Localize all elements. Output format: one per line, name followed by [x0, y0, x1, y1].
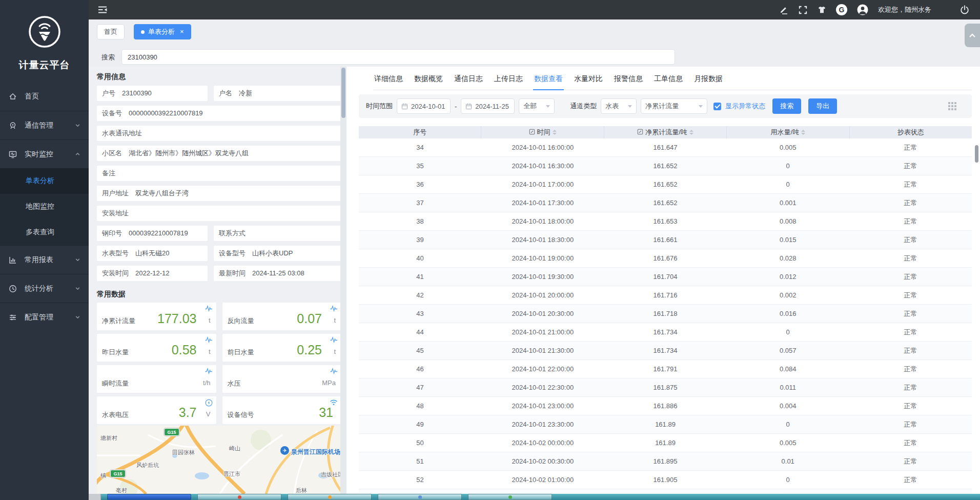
- detail-tab-工单信息[interactable]: 工单信息: [653, 71, 684, 90]
- taskbar-quicklaunch[interactable]: [89, 494, 101, 500]
- table-row[interactable]: 452024-10-01 21:30:00161.7340.057正常: [359, 342, 972, 360]
- sort-carets-icon[interactable]: [801, 130, 805, 135]
- detail-tab-通信日志[interactable]: 通信日志: [453, 71, 484, 90]
- close-tab-icon[interactable]: ×: [180, 25, 184, 39]
- granularity-select[interactable]: 全部: [519, 98, 555, 114]
- table-row[interactable]: 342024-10-01 16:00:00161.6470.005正常: [359, 138, 972, 157]
- sidebar-item-配置管理[interactable]: 配置管理: [0, 303, 89, 331]
- taskbar-window-button[interactable]: [378, 494, 462, 500]
- calendar-icon: [465, 103, 472, 110]
- table-row[interactable]: 502024-10-02 00:00:00161.890.005正常: [359, 434, 972, 452]
- detail-tab-报警信息[interactable]: 报警信息: [613, 71, 644, 90]
- table-row[interactable]: 492024-10-01 23:30:00161.890正常: [359, 415, 972, 434]
- left-panel-scrollbar[interactable]: [340, 67, 346, 494]
- table-cell: 52: [359, 476, 481, 484]
- date-from-picker[interactable]: 2024-10-01: [397, 98, 451, 114]
- logout-power-icon[interactable]: [959, 5, 970, 15]
- table-row[interactable]: 532024-10-02 01:30:00161.9050正常: [359, 489, 972, 494]
- sidebar-item-实时监控[interactable]: 实时监控: [0, 139, 89, 168]
- sidebar-subitem-地图监控[interactable]: 地图监控: [0, 194, 89, 219]
- stat-card-水表电压: 水表电压3.7V: [97, 396, 216, 424]
- table-row[interactable]: 442024-10-01 21:00:00161.7340正常: [359, 323, 972, 342]
- collapse-sidebar-icon[interactable]: [97, 5, 108, 15]
- map-place-label: 崎山: [229, 445, 240, 452]
- table-body: 342024-10-01 16:00:00161.6470.005正常35202…: [359, 138, 972, 494]
- stat-value: 0.58: [172, 343, 197, 357]
- detail-tab-月报数据[interactable]: 月报数据: [693, 71, 724, 90]
- fullscreen-icon[interactable]: [798, 5, 808, 15]
- table-row[interactable]: 362024-10-01 17:00:00161.6520正常: [359, 175, 972, 194]
- taskbar-window-button[interactable]: [197, 494, 281, 500]
- table-row[interactable]: 422024-10-01 20:00:00161.7160.002正常: [359, 286, 972, 305]
- column-settings-grid-icon[interactable]: [948, 102, 956, 110]
- sidebar-item-统计分析[interactable]: 统计分析: [0, 274, 89, 303]
- detail-tab-详细信息[interactable]: 详细信息: [373, 71, 404, 90]
- table-cell: 161.89: [604, 439, 726, 447]
- table-cell: 45: [359, 347, 481, 354]
- field-label: 水表通讯地址: [102, 129, 142, 137]
- field-设备号: 设备号00000000392210007819: [97, 106, 341, 121]
- table-cell: 161.652: [604, 199, 726, 207]
- abnormal-status-checkbox[interactable]: [713, 103, 721, 110]
- table-row[interactable]: 392024-10-01 18:30:00161.6610.015正常: [359, 231, 972, 249]
- abnormal-status-label[interactable]: 显示异常状态: [725, 102, 765, 111]
- signature-edit-icon[interactable]: [779, 5, 789, 15]
- search-input[interactable]: [121, 49, 675, 65]
- table-row[interactable]: 432024-10-01 20:30:00161.7180.016正常: [359, 305, 972, 323]
- table-cell: 50: [359, 439, 481, 447]
- table-row[interactable]: 472024-10-01 22:30:00161.8750.011正常: [359, 378, 972, 397]
- table-cell: 44: [359, 328, 481, 336]
- search-button[interactable]: 搜索: [772, 98, 801, 114]
- detail-tab-数据概览[interactable]: 数据概览: [413, 71, 444, 90]
- table-cell: 2024-10-02 01:00:00: [481, 476, 604, 484]
- field-label: 水表型号: [102, 249, 129, 257]
- sidebar-subitem-单表分析[interactable]: 单表分析: [0, 168, 89, 194]
- tab-single-meter-analysis[interactable]: 单表分析 ×: [134, 24, 191, 39]
- table-row[interactable]: 482024-10-01 23:00:00161.8860.004正常: [359, 397, 972, 415]
- taskbar-window-button[interactable]: [468, 494, 552, 500]
- table-row[interactable]: 382024-10-01 18:00:00161.6530.008正常: [359, 212, 972, 231]
- table-cell: 0.008: [727, 217, 849, 225]
- taskbar-window-button[interactable]: [288, 494, 372, 500]
- detail-tab-上传日志[interactable]: 上传日志: [493, 71, 524, 90]
- sidebar-item-通信管理[interactable]: 通信管理: [0, 111, 89, 139]
- sidebar-item-首页[interactable]: 首页: [0, 82, 89, 111]
- table-row[interactable]: 512024-10-02 00:30:00161.8950.01正常: [359, 452, 972, 471]
- table-row[interactable]: 412024-10-01 19:30:00161.7040.012正常: [359, 268, 972, 286]
- table-row[interactable]: 522024-10-02 01:00:00161.9050正常: [359, 471, 972, 489]
- chevron-down-icon: [546, 105, 550, 108]
- g-badge-icon[interactable]: G: [836, 4, 847, 15]
- scroll-top-button[interactable]: [965, 24, 980, 47]
- field-row: 安装时间2022-12-12最新时间2024-11-25 03:08: [97, 266, 341, 281]
- taskbar-window-button[interactable]: [107, 494, 191, 500]
- date-to-picker[interactable]: 2024-11-25: [461, 98, 515, 114]
- export-button[interactable]: 导出: [808, 98, 837, 114]
- sort-carets-icon[interactable]: [689, 130, 693, 135]
- channel-select[interactable]: 水表: [601, 98, 637, 114]
- wifi-icon: [330, 399, 338, 406]
- table-scrollbar-thumb[interactable]: [975, 145, 978, 163]
- table-cell: 0.016: [727, 310, 849, 317]
- tab-home[interactable]: 首页: [97, 24, 125, 39]
- table-row[interactable]: 352024-10-01 16:30:00161.6520正常: [359, 157, 972, 175]
- airport-icon[interactable]: ✈: [280, 446, 289, 455]
- table-row[interactable]: 402024-10-01 19:00:00161.6760.028正常: [359, 249, 972, 268]
- table-cell: 0: [727, 328, 849, 336]
- table-row[interactable]: 372024-10-01 17:30:00161.6520.001正常: [359, 194, 972, 212]
- sidebar-item-常用报表[interactable]: 常用报表: [0, 245, 89, 274]
- avatar[interactable]: [856, 4, 869, 16]
- metric-select[interactable]: 净累计流量: [641, 98, 707, 114]
- sidebar-subitem-多表查询[interactable]: 多表查询: [0, 219, 89, 245]
- field-label: 备注: [102, 169, 115, 177]
- detail-tab-数据查看[interactable]: 数据查看: [533, 71, 564, 90]
- table-row[interactable]: 462024-10-01 22:00:00161.7910.084正常: [359, 360, 972, 378]
- table-cell: 正常: [849, 198, 972, 208]
- column-header-净累计流量/吨[interactable]: 净累计流量/吨: [604, 126, 727, 138]
- sort-carets-icon[interactable]: [553, 130, 557, 135]
- location-map[interactable]: ✈ 泉州晋江国际机场 G15 G15 塘新村田园张林崎山风炉后坑镇晋江市吉坂社区…: [97, 426, 341, 494]
- column-header-时间[interactable]: 时间: [481, 126, 604, 138]
- column-header-用水量/吨[interactable]: 用水量/吨: [727, 126, 849, 138]
- left-panel-scrollbar-thumb[interactable]: [341, 68, 345, 118]
- theme-shirt-icon[interactable]: [817, 5, 827, 15]
- detail-tab-水量对比[interactable]: 水量对比: [573, 71, 604, 90]
